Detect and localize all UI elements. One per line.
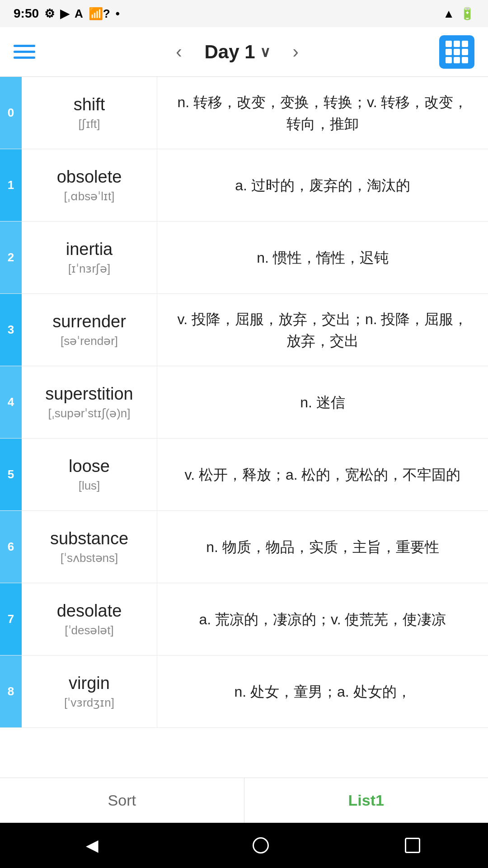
word-row[interactable]: 0shift[ʃɪft]n. 转移，改变，变换，转换；v. 转移，改变，转向，推… <box>0 77 488 149</box>
word-definition: a. 荒凉的，凄凉的；v. 使荒芜，使凄凉 <box>157 583 488 655</box>
word-row[interactable]: 8virgin[ˈvɜrdʒɪn]n. 处女，童男；a. 处女的， <box>0 656 488 728</box>
word-row[interactable]: 5loose[lus]v. 松开，释放；a. 松的，宽松的，不牢固的 <box>0 439 488 511</box>
word-index: 0 <box>0 77 22 149</box>
word-left: surrender[səˈrendər] <box>22 294 157 366</box>
word-left: substance[ˈsʌbstəns] <box>22 511 157 583</box>
prev-button[interactable]: ‹ <box>171 37 186 66</box>
word-phonetic: [lus] <box>79 479 100 493</box>
recent-button[interactable] <box>405 838 420 853</box>
next-button[interactable]: › <box>288 37 303 66</box>
header-title[interactable]: Day 1 ∨ <box>204 41 270 63</box>
word-english: virgin <box>69 674 110 693</box>
word-definition: n. 处女，童男；a. 处女的， <box>157 656 488 727</box>
bottom-tab-bar: Sort List1 <box>0 778 488 823</box>
header: ‹ Day 1 ∨ › <box>0 27 488 77</box>
dropdown-arrow-icon: ∨ <box>260 43 270 61</box>
word-english: loose <box>69 457 110 476</box>
home-button[interactable] <box>253 837 269 854</box>
signal-icon: ▲ <box>443 7 455 21</box>
word-phonetic: [ˈvɜrdʒɪn] <box>64 696 114 710</box>
word-index: 5 <box>0 439 22 510</box>
nav-bar: ◀ <box>0 823 488 868</box>
word-phonetic: [ʃɪft] <box>79 117 100 131</box>
word-index: 6 <box>0 511 22 583</box>
word-row[interactable]: 3surrender[səˈrendər]v. 投降，屈服，放弃，交出；n. 投… <box>0 294 488 366</box>
word-english: inertia <box>66 240 113 259</box>
word-english: obsolete <box>57 167 122 187</box>
word-list: 0shift[ʃɪft]n. 转移，改变，变换，转换；v. 转移，改变，转向，推… <box>0 77 488 778</box>
word-phonetic: [səˈrendər] <box>61 334 118 348</box>
word-left: superstition[ˌsupərˈstɪʃ(ə)n] <box>22 366 157 438</box>
word-index: 4 <box>0 366 22 438</box>
word-row[interactable]: 4superstition[ˌsupərˈstɪʃ(ə)n]n. 迷信 <box>0 366 488 439</box>
word-row[interactable]: 7desolate[ˈdesələt]a. 荒凉的，凄凉的；v. 使荒芜，使凄凉 <box>0 583 488 656</box>
menu-button[interactable] <box>14 45 35 59</box>
word-left: loose[lus] <box>22 439 157 510</box>
word-english: shift <box>74 95 105 114</box>
day-label: Day 1 <box>204 41 255 63</box>
gear-icon: ⚙ <box>44 7 55 21</box>
word-phonetic: [ˌsupərˈstɪʃ(ə)n] <box>48 406 130 420</box>
font-icon: A <box>75 7 83 21</box>
dot-icon: • <box>116 7 120 21</box>
word-row[interactable]: 6substance[ˈsʌbstəns]n. 物质，物品，实质，主旨，重要性 <box>0 511 488 583</box>
grid-view-button[interactable] <box>439 35 474 69</box>
wifi-question-icon: 📶? <box>89 7 110 21</box>
word-definition: v. 松开，释放；a. 松的，宽松的，不牢固的 <box>157 439 488 510</box>
battery-icon: 🔋 <box>460 7 474 21</box>
status-bar: 9:50 ⚙ ▶ A 📶? • ▲ 🔋 <box>0 0 488 27</box>
word-definition: n. 惯性，惰性，迟钝 <box>157 222 488 293</box>
word-definition: v. 投降，屈服，放弃，交出；n. 投降，屈服，放弃，交出 <box>157 294 488 366</box>
word-phonetic: [ˌɑbsəˈlɪt] <box>64 189 115 203</box>
word-definition: n. 迷信 <box>157 366 488 438</box>
list1-tab[interactable]: List1 <box>244 778 488 823</box>
word-english: superstition <box>45 384 133 404</box>
word-row[interactable]: 1obsolete[ˌɑbsəˈlɪt]a. 过时的，废弃的，淘汰的 <box>0 149 488 222</box>
word-index: 1 <box>0 149 22 221</box>
grid-icon <box>446 41 468 63</box>
word-index: 3 <box>0 294 22 366</box>
word-index: 8 <box>0 656 22 727</box>
word-definition: a. 过时的，废弃的，淘汰的 <box>157 149 488 221</box>
word-phonetic: [ˈsʌbstəns] <box>61 551 118 565</box>
word-left: inertia[ɪˈnɜrʃə] <box>22 222 157 293</box>
word-phonetic: [ˈdesələt] <box>65 623 113 637</box>
word-definition: n. 物质，物品，实质，主旨，重要性 <box>157 511 488 583</box>
word-left: desolate[ˈdesələt] <box>22 583 157 655</box>
word-left: virgin[ˈvɜrdʒɪn] <box>22 656 157 727</box>
status-time: 9:50 <box>14 6 39 21</box>
word-phonetic: [ɪˈnɜrʃə] <box>68 262 111 276</box>
word-definition: n. 转移，改变，变换，转换；v. 转移，改变，转向，推卸 <box>157 77 488 149</box>
word-index: 2 <box>0 222 22 293</box>
word-left: obsolete[ˌɑbsəˈlɪt] <box>22 149 157 221</box>
play-protection-icon: ▶ <box>60 7 69 21</box>
word-row[interactable]: 2inertia[ɪˈnɜrʃə]n. 惯性，惰性，迟钝 <box>0 222 488 294</box>
header-nav: ‹ Day 1 ∨ › <box>171 37 303 66</box>
word-english: surrender <box>52 312 126 331</box>
word-left: shift[ʃɪft] <box>22 77 157 149</box>
back-button[interactable]: ◀ <box>68 831 117 859</box>
word-english: desolate <box>57 601 122 621</box>
word-index: 7 <box>0 583 22 655</box>
sort-tab[interactable]: Sort <box>0 778 244 823</box>
word-english: substance <box>50 529 128 548</box>
